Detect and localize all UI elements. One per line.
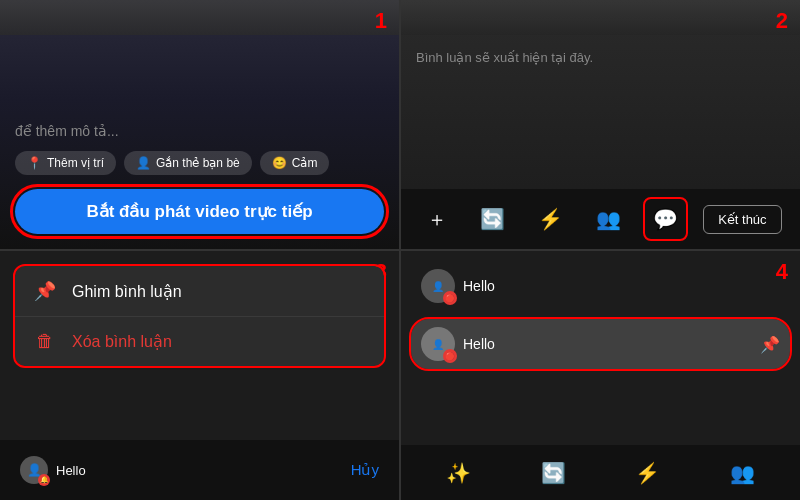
panel-comments-view: 2 Bình luận sẽ xuất hiện tại đây. ＋ 🔄 ⚡ … [401,0,800,249]
bottom-area-panel3: 👤 🔔 Hello Hủy [0,440,399,500]
panel-context-menu: 3 📌 Ghim bình luận 🗑 Xóa bình luận 👤 🔔 H… [0,251,399,500]
cancel-label: Hủy [351,461,379,478]
toolbar-star-icon[interactable]: ✨ [438,453,479,493]
panel-1-content: để thêm mô tả... 📍 Thêm vị trí 👤 Gắn thẻ… [0,113,399,249]
keyboard-bg-1 [0,0,399,35]
avatar-badge-2: 🔴 [443,349,457,363]
tag-friends-label: Gắn thẻ bạn bè [156,156,240,170]
start-live-button[interactable]: Bắt đầu phát video trực tiếp [15,189,384,234]
commenter-avatar-1: 👤 🔴 [421,269,455,303]
plus-icon[interactable]: ＋ [419,198,455,241]
main-grid: 1 để thêm mô tả... 📍 Thêm vị trí 👤 Gắn t… [0,0,800,500]
comment-placeholder-text: Bình luận sẽ xuất hiện tại đây. [416,50,593,65]
comment-item-pinned: 👤 🔴 Hello 📌 [411,319,790,369]
location-icon: 📍 [27,156,42,170]
toolbar-flash-icon[interactable]: ⚡ [627,453,668,493]
bottom-toolbar-panel2: ＋ 🔄 ⚡ 👥 💬 Kết thúc [401,189,800,249]
avatar-badge: 🔔 [38,474,50,486]
commenter-avatar-2: 👤 🔴 [421,327,455,361]
flash-icon[interactable]: ⚡ [530,199,571,239]
delete-comment-item[interactable]: 🗑 Xóa bình luận [15,317,384,366]
panel-pinned-comment: 4 👤 🔴 Hello 👤 🔴 Hello 📌 ✨ [401,251,800,500]
action-buttons-row: 📍 Thêm vị trí 👤 Gắn thẻ bạn bè 😊 Cảm [15,151,384,175]
comment-icon[interactable]: 💬 [645,199,686,239]
avatar-badge-1: 🔴 [443,291,457,305]
bottom-toolbar-panel4: ✨ 🔄 ⚡ 👥 [401,445,800,500]
step-1-number: 1 [375,8,387,34]
feeling-icon: 😊 [272,156,287,170]
cancel-button[interactable]: Hủy [351,461,379,479]
description-placeholder: để thêm mô tả... [15,123,384,139]
pin-indicator-icon: 📌 [760,335,780,354]
end-live-label: Kết thúc [718,212,766,227]
bottom-comment-item: 👤 🔔 Hello [20,456,86,484]
add-location-label: Thêm vị trí [47,156,104,170]
start-live-label: Bắt đầu phát video trực tiếp [86,202,312,221]
pin-comment-item[interactable]: 📌 Ghim bình luận [15,266,384,317]
tag-icon: 👤 [136,156,151,170]
end-live-button[interactable]: Kết thúc [703,205,781,234]
trash-icon: 🗑 [33,331,57,352]
comment-context-menu: 📌 Ghim bình luận 🗑 Xóa bình luận [15,266,384,366]
delete-comment-label: Xóa bình luận [72,332,172,351]
step-2-number: 2 [776,8,788,34]
avatar-icon-1: 👤 [432,281,444,292]
commenter-avatar-small: 👤 🔔 [20,456,48,484]
comment-placeholder-area: Bình luận sẽ xuất hiện tại đây. [416,50,785,65]
pin-comment-label: Ghim bình luận [72,282,182,301]
toolbar-flip-icon[interactable]: 🔄 [533,453,574,493]
flip-camera-icon[interactable]: 🔄 [472,199,513,239]
comment-item-1: 👤 🔴 Hello [411,261,790,311]
comment-text-1: Hello [463,278,495,294]
pin-icon: 📌 [33,280,57,302]
bottom-comment-text: Hello [56,463,86,478]
feeling-button[interactable]: 😊 Cảm [260,151,330,175]
keyboard-bg-2 [401,0,800,35]
comment-text-2: Hello [463,336,495,352]
avatar-icon-2: 👤 [432,339,444,350]
add-guest-icon[interactable]: 👥 [588,199,629,239]
panel-start-live: 1 để thêm mô tả... 📍 Thêm vị trí 👤 Gắn t… [0,0,399,249]
comments-list: 👤 🔴 Hello 👤 🔴 Hello 📌 [411,261,790,377]
toolbar-people-icon[interactable]: 👥 [722,453,763,493]
tag-friends-button[interactable]: 👤 Gắn thẻ bạn bè [124,151,252,175]
add-location-button[interactable]: 📍 Thêm vị trí [15,151,116,175]
feeling-label: Cảm [292,156,318,170]
